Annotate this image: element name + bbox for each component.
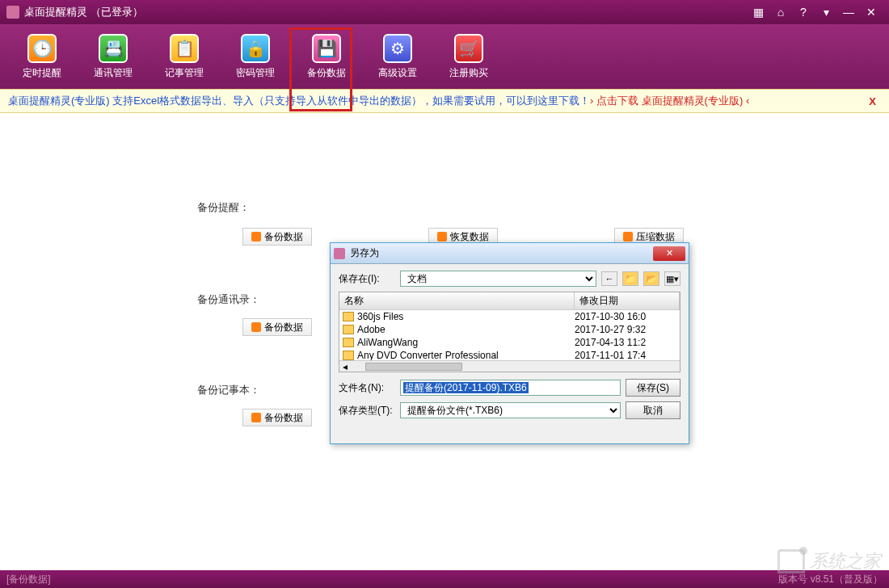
titlebar-btn-3[interactable]: ?	[794, 4, 813, 20]
col-name[interactable]: 名称	[339, 292, 575, 309]
filetype-select[interactable]: 提醒备份文件(*.TXB6)	[400, 402, 621, 418]
minimize-button[interactable]: —	[839, 4, 858, 20]
file-row[interactable]: 360js Files2017-10-30 16:0	[339, 310, 680, 323]
filetype-label: 保存类型(T):	[339, 404, 395, 418]
banner-download-link[interactable]: › 点击下载 桌面提醒精灵(专业版) ‹	[590, 94, 749, 108]
status-right: 版本号 v8.51（普及版）	[778, 573, 883, 586]
status-left: [备份数据]	[6, 573, 51, 586]
titlebar-btn-2[interactable]: ⌂	[771, 4, 790, 20]
file-row[interactable]: Any DVD Converter Professional2017-11-01…	[339, 349, 680, 360]
file-list-header: 名称 修改日期	[339, 292, 680, 310]
main-toolbar: 🕒定时提醒 📇通讯管理 📋记事管理 🔒密码管理 💾备份数据 ⚙高级设置 🛒注册购…	[0, 24, 889, 89]
nav-new-folder-icon[interactable]: 📂	[643, 271, 659, 286]
btn-backup-2[interactable]: 备份数据	[242, 318, 312, 336]
folder-icon	[343, 325, 354, 334]
btn-backup-3[interactable]: 备份数据	[242, 409, 312, 426]
titlebar-btn-1[interactable]: ▦	[748, 4, 768, 20]
file-list[interactable]: 名称 修改日期 360js Files2017-10-30 16:0Adobe2…	[339, 292, 680, 372]
disk-icon	[623, 232, 633, 242]
nav-back-icon[interactable]: ←	[601, 271, 617, 286]
statusbar: [备份数据] 版本号 v8.51（普及版）	[0, 570, 889, 588]
filename-label: 文件名(N):	[339, 381, 395, 395]
highlight-box-toolbar	[289, 27, 352, 111]
folder-icon	[343, 338, 354, 347]
file-row[interactable]: AliWangWang2017-04-13 11:2	[339, 336, 680, 349]
filename-input[interactable]: 提醒备份(2017-11-09).TXB6	[400, 380, 621, 396]
nav-view-icon[interactable]: ▦▾	[664, 271, 680, 286]
disk-icon	[251, 232, 261, 242]
tool-contacts[interactable]: 📇通讯管理	[87, 31, 139, 83]
label-backup-contacts: 备份通讯录：	[197, 292, 260, 307]
banner: 桌面提醒精灵(专业版) 支持Excel格式数据导出、导入（只支持导入从软件中导出…	[0, 89, 889, 113]
label-backup-reminder: 备份提醒：	[197, 200, 250, 215]
label-backup-notes: 备份记事本：	[197, 383, 260, 397]
btn-backup-1[interactable]: 备份数据	[242, 228, 312, 246]
dialog-app-icon	[334, 248, 345, 259]
dialog-close-button[interactable]: ✕	[653, 246, 685, 261]
disk-icon	[251, 322, 261, 332]
save-as-dialog: 另存为 ✕ 保存在(I): 文档 ← 📁 📂 ▦▾ 名称 修改日期 360js …	[330, 242, 689, 444]
tool-notes[interactable]: 📋记事管理	[158, 31, 210, 83]
nav-up-icon[interactable]: 📁	[622, 271, 638, 286]
tool-settings[interactable]: ⚙高级设置	[372, 31, 423, 83]
save-in-label: 保存在(I):	[339, 272, 395, 286]
horizontal-scrollbar[interactable]: ◂	[339, 360, 680, 372]
disk-icon	[437, 232, 447, 242]
cancel-button[interactable]: 取消	[626, 401, 680, 419]
folder-icon	[343, 312, 354, 321]
folder-icon	[343, 351, 354, 360]
disk-icon	[251, 413, 261, 422]
banner-close[interactable]: X	[864, 95, 881, 107]
save-button[interactable]: 保存(S)	[626, 379, 680, 397]
app-icon	[6, 6, 19, 19]
save-in-select[interactable]: 文档	[400, 271, 596, 287]
titlebar-btn-4[interactable]: ▾	[816, 4, 836, 20]
col-date[interactable]: 修改日期	[575, 292, 680, 309]
close-button[interactable]: ✕	[862, 4, 881, 20]
window-title: 桌面提醒精灵 （已登录）	[24, 5, 143, 19]
dialog-titlebar: 另存为 ✕	[331, 243, 689, 264]
dialog-title: 另存为	[350, 246, 379, 260]
file-row[interactable]: Adobe2017-10-27 9:32	[339, 323, 680, 336]
titlebar: 桌面提醒精灵 （已登录） ▦ ⌂ ? ▾ — ✕	[0, 0, 889, 24]
tool-register[interactable]: 🛒注册购买	[443, 31, 495, 83]
tool-timer-reminder[interactable]: 🕒定时提醒	[16, 31, 68, 83]
tool-password[interactable]: 🔒密码管理	[230, 31, 281, 83]
